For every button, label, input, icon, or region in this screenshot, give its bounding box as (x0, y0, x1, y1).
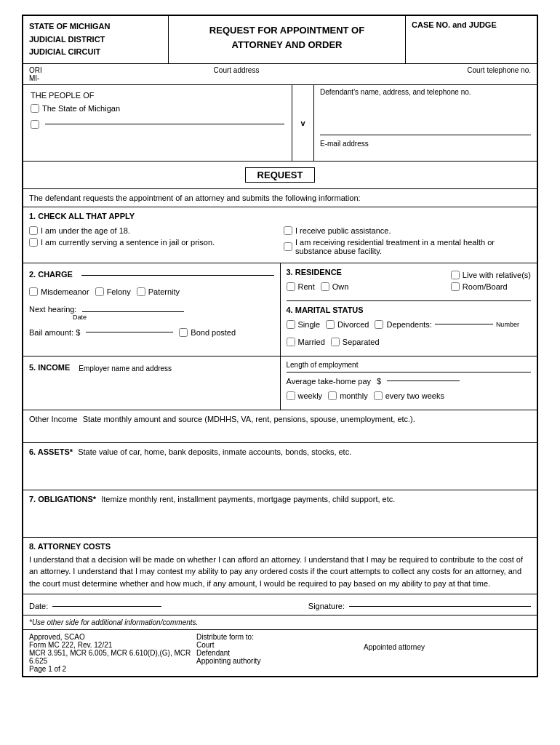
date-field[interactable] (52, 606, 161, 607)
charge-misdemeanor: Misdemeanor (29, 287, 89, 296)
state-michigan-checkbox[interactable] (31, 104, 39, 113)
obligations-area (29, 503, 531, 533)
dependents-label: Dependents: (386, 320, 431, 329)
court-address-label: Court address (87, 66, 385, 82)
single-checkbox[interactable] (287, 320, 295, 329)
bond-posted-checkbox[interactable] (179, 328, 188, 337)
check-item-2-checkbox[interactable] (284, 226, 292, 235)
income-left: 5. INCOME Employer name and address (23, 356, 281, 410)
check-item-3-label: I am receiving residential treatment in … (295, 238, 531, 255)
own-checkbox[interactable] (321, 282, 329, 291)
state-michigan-label: The State of Michigan (42, 104, 120, 113)
check-item-1-label: I am currently serving a sentence in jai… (41, 238, 215, 247)
misdemeanor-checkbox[interactable] (29, 287, 38, 296)
form-title-line1: REQUEST FOR APPOINTMENT OF (209, 25, 364, 36)
section7-desc: Itemize monthly rent, installment paymen… (101, 495, 395, 503)
appointed-attorney-label: Appointed attorney (364, 643, 531, 651)
rent-checkbox[interactable] (287, 282, 295, 291)
sig-field[interactable] (349, 606, 531, 607)
other-party-line (45, 124, 284, 124)
dollar-sign: $ (377, 377, 381, 386)
email-area (320, 148, 531, 158)
weekly-checkbox[interactable] (287, 391, 295, 400)
case-no-label: CASE NO. and JUDGE (412, 20, 497, 29)
dependents-checkbox[interactable] (375, 320, 383, 329)
ori-label: ORI (29, 66, 73, 74)
res-live-relative: Live with relative(s) (451, 271, 531, 279)
bail-row: Bail amount: $ Bond posted (29, 325, 274, 340)
dependents-field[interactable] (435, 324, 493, 324)
section5-title: 5. INCOME (29, 363, 70, 372)
length-label: Length of employment (287, 361, 532, 372)
monthly-label: monthly (340, 391, 368, 400)
marital-married: Married (287, 338, 325, 346)
res-rent: Rent (287, 282, 315, 291)
biweekly-label: every two weeks (385, 391, 444, 400)
bond-posted-item: Bond posted (179, 328, 236, 337)
felony-checkbox[interactable] (95, 287, 104, 296)
divorced-label: Divorced (337, 320, 369, 329)
bail-field[interactable] (86, 332, 173, 332)
signature-item: Signature: (308, 602, 531, 610)
check-item-2: I receive public assistance. (284, 226, 531, 235)
rent-label: Rent (298, 282, 315, 291)
res-extra-options: Live with relative(s) Room/Board (451, 268, 531, 294)
section7: 7. OBLIGATIONS* Itemize monthly rent, in… (23, 490, 537, 538)
other-income-row: Other Income State monthly amount and so… (23, 410, 537, 443)
sig-label: Signature: (308, 602, 345, 610)
defendant-info-area (320, 99, 531, 132)
footer-right: Distribute form to: Court Defendant Appo… (196, 633, 364, 673)
monthly-checkbox[interactable] (328, 391, 337, 400)
biweekly-checkbox[interactable] (374, 391, 383, 400)
form-title-line2: ATTORNEY AND ORDER (232, 39, 343, 50)
next-hearing-field[interactable] (82, 311, 184, 312)
room-board-label: Room/Board (463, 282, 508, 291)
room-board-checkbox[interactable] (451, 282, 460, 291)
header-left: STATE OF MICHIGAN JUDICIAL DISTRICT JUDI… (23, 16, 169, 63)
employer-area (29, 378, 274, 399)
district-label: JUDICIAL DISTRICT (29, 35, 105, 44)
date-sig-item: Date: (29, 602, 161, 610)
married-checkbox[interactable] (287, 338, 295, 346)
approved-label: Approved, SCAO (29, 633, 196, 641)
assets-area (29, 456, 531, 485)
parties-left: THE PEOPLE OF The State of Michigan (23, 85, 292, 161)
section5: 5. INCOME Employer name and address Leng… (23, 356, 537, 410)
pay-biweekly: every two weeks (374, 391, 444, 400)
request-title-row: REQUEST (23, 162, 537, 189)
avg-pay-field[interactable] (387, 381, 460, 381)
res-own: Own (321, 282, 349, 291)
section-2-3-row: 2. CHARGE Misdemeanor Felony Paternity (23, 263, 537, 356)
footer-left: Approved, SCAO Form MC 222, Rev. 12/21 M… (29, 633, 196, 673)
other-party-checkbox[interactable] (31, 120, 39, 129)
pay-monthly: monthly (328, 391, 368, 400)
own-label: Own (332, 282, 349, 291)
footer-bottom: Approved, SCAO Form MC 222, Rev. 12/21 M… (23, 630, 537, 676)
separated-checkbox[interactable] (331, 338, 340, 346)
appointing-label: Appointing authority (196, 657, 364, 665)
section2: 2. CHARGE Misdemeanor Felony Paternity (23, 263, 281, 356)
state-label: STATE OF MICHIGAN (29, 22, 110, 31)
bond-posted-label: Bond posted (191, 328, 236, 337)
check-item-1: I am currently serving a sentence in jai… (29, 238, 276, 247)
divorced-checkbox[interactable] (326, 320, 335, 329)
check-item-3-checkbox[interactable] (284, 242, 292, 251)
felony-label: Felony (107, 287, 131, 296)
date-label: Date (73, 314, 274, 321)
live-relative-checkbox[interactable] (451, 271, 460, 279)
section4-title: 4. MARITAL STATUS (287, 306, 364, 314)
paternity-checkbox[interactable] (137, 287, 145, 296)
check-item-1-checkbox[interactable] (29, 238, 38, 247)
next-hearing-row: Next hearing: Date (29, 305, 274, 321)
circuit-label: JUDICIAL CIRCUIT (29, 47, 100, 56)
marital-separated: Separated (331, 338, 380, 346)
mcr-label: MCR 3.951, MCR 6.005, MCR 6.610(D),(G), … (29, 649, 196, 665)
check-item-0-checkbox[interactable] (29, 226, 38, 235)
check-item-0-label: I am under the age of 18. (41, 226, 130, 235)
single-label: Single (298, 320, 321, 329)
employer-label: Employer name and address (79, 364, 172, 372)
number-label: Number (496, 321, 519, 328)
charge-felony: Felony (95, 287, 131, 296)
bail-label: Bail amount: $ (29, 328, 80, 337)
paternity-label: Paternity (148, 287, 180, 296)
